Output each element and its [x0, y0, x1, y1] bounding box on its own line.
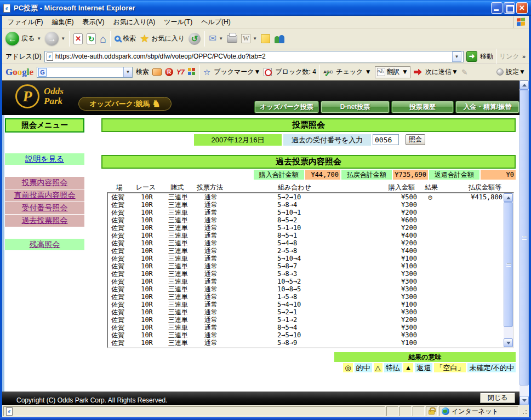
minimize-button[interactable]	[491, 2, 503, 14]
word-dropdown-icon[interactable]: ▼	[253, 36, 257, 41]
card-icon[interactable]	[152, 68, 162, 76]
resize-grip[interactable]	[521, 408, 528, 415]
receipt-number-input[interactable]	[373, 134, 399, 145]
y-badge-icon[interactable]: Y7	[176, 68, 185, 76]
settings-icon[interactable]	[496, 68, 504, 76]
back-dropdown-icon[interactable]: ▼	[37, 36, 41, 41]
help-link[interactable]: 説明を見る	[25, 154, 64, 163]
legend-label-blank: 未確定/不的中	[467, 363, 516, 372]
home-button[interactable]: ⌂	[100, 33, 106, 44]
table-scrollbar[interactable]	[504, 193, 513, 347]
pencil-icon[interactable]: ✎	[461, 68, 468, 77]
browser-scrollbar-thumb[interactable]	[519, 90, 529, 386]
r-badge-icon[interactable]: R	[165, 68, 173, 76]
menu-edit[interactable]: 編集(E)	[47, 16, 78, 28]
check-button[interactable]: チェック ▼	[336, 67, 371, 77]
cell-combination: 5→1→10	[227, 224, 362, 232]
menu-tools[interactable]: ツール(T)	[159, 16, 197, 28]
cell-venue: 佐賀	[108, 193, 133, 201]
cell-method: 通常	[195, 247, 227, 255]
scrollbar-thumb[interactable]	[504, 202, 513, 327]
bookmarks-button[interactable]: ブックマーク▼	[214, 67, 260, 77]
word-icon: W	[241, 34, 250, 43]
google-search-button[interactable]: 検索	[136, 67, 149, 77]
maximize-button[interactable]	[504, 2, 515, 14]
cell-method: 通常	[195, 262, 227, 270]
menu-favorites[interactable]: お気に入り(A)	[109, 16, 159, 28]
sidebar-item-help[interactable]: 説明を見る	[5, 153, 84, 165]
sidebar-item-balance[interactable]: 残高照会	[5, 239, 84, 250]
history-button[interactable]: ↺	[189, 33, 201, 45]
mail-dropdown-icon[interactable]: ▼	[219, 36, 223, 41]
menu-file[interactable]: ファイル(F)	[3, 16, 47, 28]
go-label[interactable]: 移動	[480, 52, 493, 61]
close-page-button[interactable]: 閉じる	[480, 393, 515, 403]
bookmark-star-icon[interactable]: ☆	[203, 68, 210, 76]
translate-button[interactable]: aあ 翻訳 ▼	[375, 66, 410, 78]
links-chevron-icon[interactable]: »	[522, 53, 526, 60]
forward-button[interactable]: → ▼	[45, 32, 65, 45]
status-bar: e インターネット	[2, 405, 529, 417]
google-search-input[interactable]	[48, 68, 123, 77]
scroll-up-button[interactable]	[504, 193, 513, 202]
cell-race: 10R	[133, 278, 161, 285]
edit-word-button[interactable]: W ▼	[241, 34, 257, 43]
cell-bet_type: 三連単	[161, 232, 195, 239]
sidebar-item-vote-content[interactable]: 投票内容照会	[5, 177, 84, 189]
title-bar[interactable]: e PC投票 - Microsoft Internet Explorer	[0, 0, 531, 16]
inquiry-button[interactable]: 照会	[406, 134, 425, 145]
address-url[interactable]: https://vote-auth.oddspark.com/sbp/dfw/v…	[55, 53, 450, 60]
back-button[interactable]: ← 戻る ▼	[5, 32, 41, 45]
cell-result	[417, 285, 443, 293]
sidebar-item-receipt-number[interactable]: 受付番号照会	[5, 202, 84, 214]
messenger-button[interactable]	[274, 34, 285, 43]
popup-blocker-count[interactable]: ブロック数: 4	[275, 67, 316, 77]
google-search-dropdown[interactable]: ▼	[123, 67, 132, 77]
browser-scroll-up-button[interactable]	[519, 80, 529, 90]
send-to-icon[interactable]	[414, 69, 422, 76]
menu-view[interactable]: 表示(V)	[78, 16, 109, 28]
note-button[interactable]	[261, 34, 270, 43]
site-header: P Odds Park オッズパーク:競馬 ♞ オッズパーク投票 D-net投票…	[2, 80, 519, 115]
spellcheck-icon[interactable]: ABC	[323, 70, 333, 74]
header-method: 投票方法	[194, 183, 226, 192]
close-window-button[interactable]	[516, 2, 528, 14]
nav-deposit-button[interactable]: 入金・精算/振替	[455, 101, 519, 113]
scroll-down-button[interactable]	[504, 338, 513, 347]
sidebar-item-past-votes[interactable]: 過去投票照会	[5, 215, 84, 227]
sidebar-item-recent-vote[interactable]: 直前投票内容照会	[5, 189, 84, 202]
settings-button[interactable]: 設定▼	[506, 67, 526, 77]
print-button[interactable]	[227, 35, 237, 43]
table-row: 佐賀10R三連単通常5→2→1¥300	[108, 308, 504, 316]
cell-amount: ¥300	[362, 285, 417, 293]
popup-blocker-icon[interactable]	[264, 68, 272, 76]
cell-bet_type: 三連単	[161, 331, 195, 339]
cell-combination: 5→8→3	[227, 270, 362, 278]
nav-oddspark-vote-button[interactable]: オッズパーク投票	[254, 101, 319, 113]
cell-bet_type: 三連単	[161, 293, 195, 301]
google-search-box[interactable]: G ▼	[37, 67, 133, 78]
nav-vote-history-button[interactable]: 投票履歴	[391, 101, 454, 113]
cell-result	[417, 293, 443, 301]
nav-dnet-vote-button[interactable]: D-net投票	[321, 101, 390, 113]
cell-amount: ¥300	[362, 270, 417, 278]
browser-scrollbar[interactable]	[519, 80, 529, 405]
favorites-button[interactable]: ★ お気に入り	[140, 33, 185, 44]
stop-button[interactable]: ✕	[73, 33, 83, 44]
search-button[interactable]: 検索	[115, 34, 136, 43]
browser-scroll-down-button[interactable]	[519, 396, 529, 405]
table-row: 佐賀10R三連単通常5→8→4¥300	[108, 201, 504, 209]
address-input[interactable]: e https://vote-auth.oddspark.com/sbp/dfw…	[44, 51, 464, 62]
apps-grid-icon[interactable]	[188, 68, 196, 76]
forward-dropdown-icon[interactable]: ▼	[61, 36, 65, 41]
refresh-button[interactable]: ↻	[87, 33, 96, 44]
cell-payout	[443, 285, 504, 293]
menu-help[interactable]: ヘルプ(H)	[197, 16, 235, 28]
mail-button[interactable]: ✉ ▼	[209, 34, 223, 43]
cell-bet_type: 三連単	[161, 301, 195, 308]
send-to-button[interactable]: 次に送信▼	[425, 67, 458, 77]
go-button[interactable]: ➜	[466, 51, 477, 62]
links-label[interactable]: リンク	[499, 52, 519, 61]
address-dropdown-button[interactable]: ▼	[452, 51, 461, 62]
cell-payout: ¥415,800	[443, 193, 504, 201]
